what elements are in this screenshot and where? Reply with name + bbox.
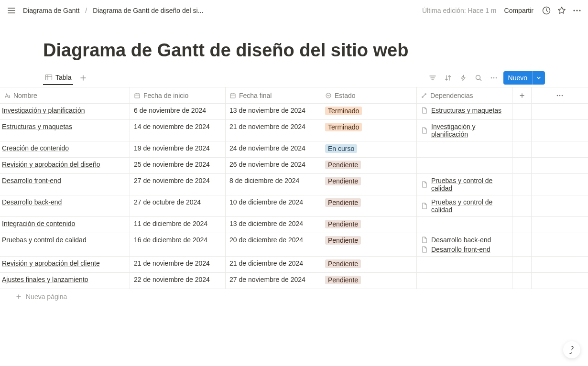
cell-deps[interactable] (417, 217, 512, 233)
dependency-item[interactable]: Pruebas y control de calidad (421, 198, 508, 214)
search-icon[interactable] (473, 72, 484, 84)
column-options-button[interactable] (532, 87, 588, 104)
more-icon[interactable] (572, 5, 582, 16)
table-row[interactable]: Pruebas y control de calidad16 de diciem… (0, 233, 588, 257)
breadcrumb-parent[interactable]: Diagrama de Gantt (21, 6, 81, 15)
cell-name[interactable]: Desarrollo front-end (0, 174, 130, 195)
table-row[interactable]: Creación de contenido19 de noviembre de … (0, 141, 588, 158)
cell-status[interactable]: Pendiente (321, 273, 417, 289)
cell-end[interactable]: 27 de noviembre de 2024 (226, 273, 321, 289)
breadcrumb-current[interactable]: Diagrama de Gantt de diseño del si... (91, 6, 205, 15)
cell-end[interactable]: 13 de noviembre de 2024 (226, 104, 321, 119)
dependency-item[interactable]: Desarrollo front-end (421, 246, 490, 253)
cell-status[interactable]: En curso (321, 141, 417, 157)
cell-start[interactable]: 16 de diciembre de 2024 (130, 233, 226, 256)
dependency-item[interactable]: Desarrollo back-end (421, 236, 491, 244)
add-column-button[interactable] (512, 87, 532, 104)
svg-rect-9 (135, 94, 140, 98)
cell-status[interactable]: Pendiente (321, 257, 417, 272)
cell-end[interactable]: 26 de noviembre de 2024 (226, 158, 321, 173)
cell-end[interactable]: 24 de noviembre de 2024 (226, 141, 321, 157)
cell-name[interactable]: Creación de contenido (0, 141, 130, 157)
table-row[interactable]: Ajustes finales y lanzamiento22 de novie… (0, 273, 588, 289)
page-title[interactable]: Diagrama de Gantt de diseño del sitio we… (0, 21, 588, 68)
cell-status[interactable]: Pendiente (321, 174, 417, 195)
page-icon (421, 181, 428, 188)
chevron-down-icon[interactable] (532, 71, 545, 85)
share-button[interactable]: Compartir (501, 5, 536, 16)
cell-status[interactable]: Pendiente (321, 195, 417, 216)
cell-status[interactable]: Pendiente (321, 233, 417, 256)
bolt-icon[interactable] (457, 72, 469, 84)
cell-start[interactable]: 19 de noviembre de 2024 (130, 141, 226, 157)
cell-deps[interactable]: Pruebas y control de calidad (417, 174, 512, 195)
svg-point-1 (573, 10, 575, 11)
history-icon[interactable] (541, 5, 552, 16)
cell-name[interactable]: Pruebas y control de calidad (0, 233, 130, 256)
cell-start[interactable]: 21 de noviembre de 2024 (130, 257, 226, 272)
table-row[interactable]: Desarrollo front-end27 de noviembre de 2… (0, 174, 588, 195)
add-view-button[interactable] (78, 73, 88, 83)
cell-deps[interactable] (417, 158, 512, 173)
cell-name[interactable]: Revisión y aprobación del diseño (0, 158, 130, 173)
table-row[interactable]: Investigación y planificación6 de noviem… (0, 104, 588, 120)
cell-empty (512, 273, 532, 289)
cell-deps[interactable]: Desarrollo back-endDesarrollo front-end (417, 233, 512, 256)
svg-point-6 (490, 77, 492, 78)
cell-deps[interactable]: Estructuras y maquetas (417, 104, 512, 119)
column-end[interactable]: Fecha final (226, 87, 321, 104)
cell-name[interactable]: Estructuras y maquetas (0, 120, 130, 141)
cell-start[interactable]: 27 de octubre de 2024 (130, 195, 226, 216)
cell-end[interactable]: 21 de noviembre de 2024 (226, 120, 321, 141)
cell-end[interactable]: 13 de diciembre de 2024 (226, 217, 321, 233)
cell-name[interactable]: Revisión y aprobación del cliente (0, 257, 130, 272)
cell-end[interactable]: 8 de diciembre de 2024 (226, 174, 321, 195)
table-row[interactable]: Revisión y aprobación del cliente21 de n… (0, 257, 588, 273)
status-badge: Pendiente (325, 259, 361, 268)
cell-deps[interactable]: Pruebas y control de calidad (417, 195, 512, 216)
table-row[interactable]: Desarrollo back-end27 de octubre de 2024… (0, 195, 588, 217)
star-icon[interactable] (556, 5, 567, 16)
cell-name[interactable]: Ajustes finales y lanzamiento (0, 273, 130, 289)
filter-icon[interactable] (427, 72, 438, 84)
cell-start[interactable]: 27 de noviembre de 2024 (130, 174, 226, 195)
cell-end[interactable]: 20 de diciembre de 2024 (226, 233, 321, 256)
new-page-row[interactable]: Nueva página (0, 289, 588, 304)
cell-status[interactable]: Pendiente (321, 158, 417, 173)
table-row[interactable]: Integración de contenido11 de diciembre … (0, 217, 588, 233)
cell-name[interactable]: Investigación y planificación (0, 104, 130, 119)
cell-start[interactable]: 6 de noviembre de 2024 (130, 104, 226, 119)
table-row[interactable]: Revisión y aprobación del diseño25 de no… (0, 158, 588, 174)
cell-empty (512, 120, 532, 141)
new-button[interactable]: Nuevo (503, 71, 545, 85)
dependency-item[interactable]: Investigación y planificación (421, 123, 508, 138)
cell-deps[interactable] (417, 273, 512, 289)
more-options-icon[interactable] (488, 72, 500, 84)
cell-start[interactable]: 25 de noviembre de 2024 (130, 158, 226, 173)
dependency-item[interactable]: Pruebas y control de calidad (421, 177, 508, 192)
sort-icon[interactable] (442, 72, 454, 84)
column-start[interactable]: Fecha de inicio (130, 87, 226, 104)
cell-deps[interactable] (417, 141, 512, 157)
cell-deps[interactable]: Investigación y planificación (417, 120, 512, 141)
table-row[interactable]: Estructuras y maquetas14 de noviembre de… (0, 120, 588, 141)
relation-icon (421, 92, 427, 99)
cell-name[interactable]: Integración de contenido (0, 217, 130, 233)
cell-end[interactable]: 21 de diciembre de 2024 (226, 257, 321, 272)
cell-start[interactable]: 11 de diciembre de 2024 (130, 217, 226, 233)
cell-end[interactable]: 10 de diciembre de 2024 (226, 195, 321, 216)
cell-status[interactable]: Pendiente (321, 217, 417, 233)
cell-name[interactable]: Desarrollo back-end (0, 195, 130, 216)
cell-status[interactable]: Terminado (321, 104, 417, 119)
cell-start[interactable]: 14 de noviembre de 2024 (130, 120, 226, 141)
cell-deps[interactable] (417, 257, 512, 272)
dependency-label: Pruebas y control de calidad (431, 177, 508, 192)
column-name[interactable]: Nombre (0, 87, 130, 104)
column-deps[interactable]: Dependencias (417, 87, 512, 104)
cell-start[interactable]: 22 de noviembre de 2024 (130, 273, 226, 289)
tab-table[interactable]: Tabla (43, 71, 73, 85)
column-status[interactable]: Estado (321, 87, 417, 104)
cell-status[interactable]: Terminado (321, 120, 417, 141)
menu-toggle-button[interactable] (6, 5, 17, 16)
dependency-item[interactable]: Estructuras y maquetas (421, 107, 501, 114)
